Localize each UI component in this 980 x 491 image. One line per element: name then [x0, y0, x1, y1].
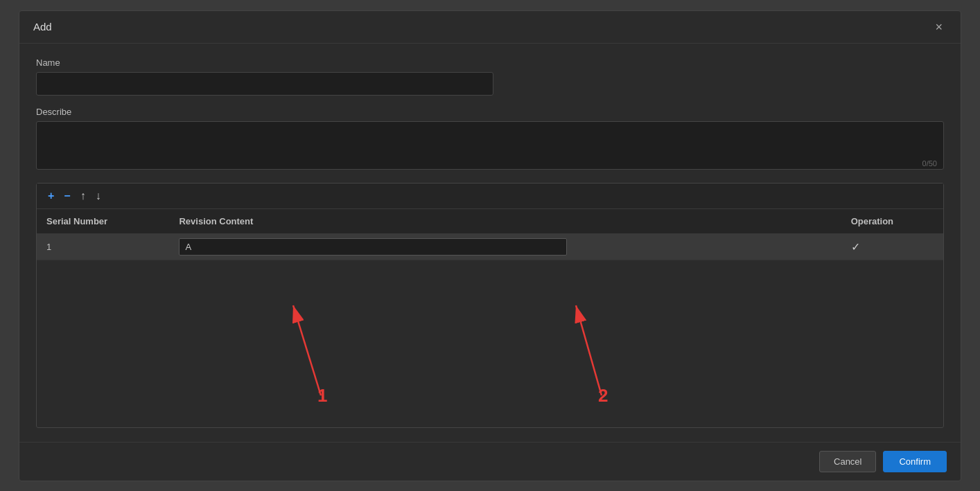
add-row-button[interactable]: + — [45, 189, 57, 203]
revision-table: Serial Number Revision Content Operation… — [37, 209, 943, 260]
cell-operation: ✓ — [841, 233, 943, 260]
table-toolbar: + − ↑ ↓ — [37, 184, 943, 209]
confirm-button[interactable]: Confirm — [883, 451, 947, 472]
describe-textarea-wrapper: 0/50 — [36, 121, 944, 172]
move-up-button[interactable]: ↑ — [78, 189, 89, 203]
dialog-title: Add — [33, 21, 52, 33]
close-button[interactable]: × — [931, 19, 947, 35]
describe-field-group: Describe 0/50 — [36, 107, 944, 172]
remove-row-button[interactable]: − — [61, 189, 73, 203]
annotation-label-1: 1 — [317, 385, 327, 407]
col-operation-header: Operation — [841, 209, 943, 234]
name-input[interactable] — [36, 72, 493, 96]
move-down-button[interactable]: ↓ — [93, 189, 104, 203]
dialog: Add × Name Describe 0/50 + — [19, 10, 961, 481]
cell-serial: 1 — [37, 233, 169, 260]
cell-content — [169, 233, 841, 260]
annotation-label-2: 2 — [598, 385, 608, 407]
table-section: + − ↑ ↓ Serial Number Revision Content O… — [36, 183, 944, 428]
col-serial-header: Serial Number — [37, 209, 169, 234]
name-field-group: Name — [36, 57, 944, 96]
describe-label: Describe — [36, 107, 944, 117]
cancel-button[interactable]: Cancel — [819, 451, 876, 472]
table-container: Serial Number Revision Content Operation… — [37, 209, 943, 427]
col-content-header: Revision Content — [169, 209, 841, 234]
dialog-overlay: Add × Name Describe 0/50 + — [0, 0, 980, 491]
describe-input[interactable] — [36, 121, 944, 170]
confirm-row-button[interactable]: ✓ — [851, 240, 860, 253]
name-label: Name — [36, 57, 944, 68]
dialog-footer: Cancel Confirm — [19, 442, 961, 481]
table-header-row: Serial Number Revision Content Operation — [37, 209, 943, 234]
dialog-header: Add × — [19, 11, 961, 44]
table-row: 1 ✓ — [37, 233, 943, 260]
revision-content-input[interactable] — [179, 238, 567, 256]
char-count: 0/50 — [922, 159, 937, 168]
dialog-body: Name Describe 0/50 + − ↑ ↓ — [19, 44, 961, 442]
